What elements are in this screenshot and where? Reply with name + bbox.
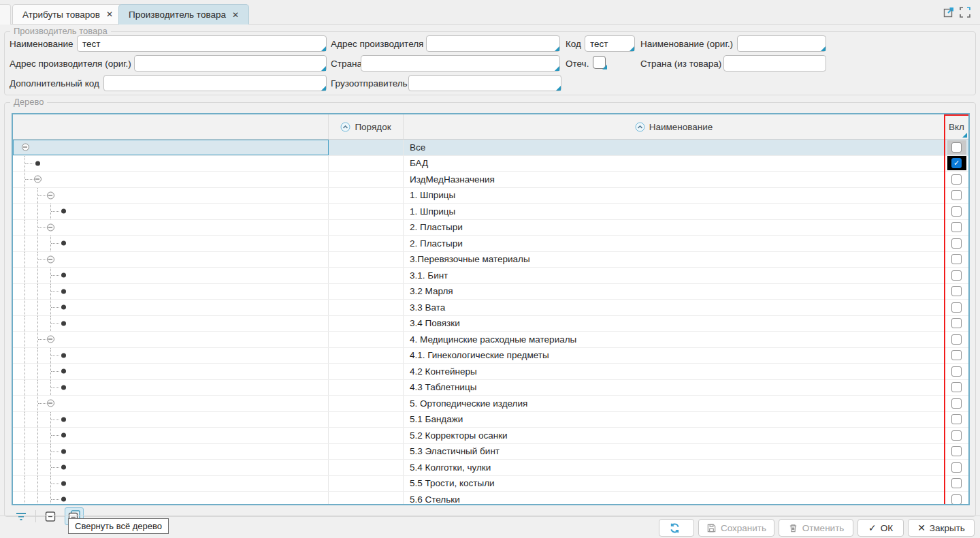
enabled-checkbox[interactable]: [951, 382, 962, 392]
order-cell[interactable]: [329, 396, 404, 411]
name-cell[interactable]: 4.3 Таблетницы: [404, 380, 945, 396]
tree-row[interactable]: 3.2 Марля: [13, 284, 968, 300]
tree-row[interactable]: 3.Перевязочные материалы: [13, 252, 968, 268]
order-cell[interactable]: [329, 204, 404, 219]
tree-row[interactable]: 3.4 Повязки: [13, 316, 968, 332]
tree-row[interactable]: 1. Шприцы: [13, 204, 968, 220]
enabled-checkbox[interactable]: [951, 430, 962, 441]
enabled-checkbox[interactable]: [951, 350, 962, 360]
tree-node-cell[interactable]: [13, 460, 329, 475]
order-cell[interactable]: [329, 332, 404, 347]
name-input[interactable]: [77, 35, 327, 52]
tree-row[interactable]: 5.2 Корректоры осанки: [13, 428, 968, 444]
tree-row[interactable]: 4.3 Таблетницы: [13, 380, 968, 396]
country-from-item-input[interactable]: [723, 55, 826, 72]
close-button[interactable]: ✕ Закрыть: [908, 519, 975, 537]
tree-row[interactable]: 3.1. Бинт: [13, 268, 968, 284]
tree-node-cell[interactable]: [13, 412, 329, 428]
tree-node-cell[interactable]: [13, 188, 329, 204]
tree-row[interactable]: 3.3 Вата: [13, 300, 968, 316]
collapse-node-icon[interactable]: [47, 255, 54, 263]
order-cell[interactable]: [329, 412, 404, 428]
name-cell[interactable]: 3.4 Повязки: [404, 316, 945, 332]
collapse-node-icon[interactable]: [47, 223, 54, 231]
address-input[interactable]: [426, 35, 560, 52]
name-cell[interactable]: 4.2 Контейнеры: [404, 364, 945, 379]
tree-node-cell[interactable]: [13, 476, 329, 492]
order-cell[interactable]: [329, 268, 404, 283]
enabled-checkbox[interactable]: [951, 446, 962, 456]
tree-node-cell[interactable]: [13, 444, 329, 460]
address-orig-input[interactable]: [134, 55, 327, 72]
order-cell[interactable]: [329, 156, 404, 172]
order-cell[interactable]: [329, 172, 404, 187]
sort-asc-icon[interactable]: [635, 122, 645, 132]
tab-product-manufacturer[interactable]: Производитель товара ✕: [118, 4, 249, 25]
name-cell[interactable]: 3.Перевязочные материалы: [404, 252, 945, 268]
tree-node-cell[interactable]: [13, 172, 329, 187]
enabled-checkbox[interactable]: [951, 270, 962, 281]
tree-row[interactable]: 2. Пластыри: [13, 236, 968, 252]
name-cell[interactable]: 1. Шприцы: [404, 188, 945, 204]
collapse-node-icon[interactable]: [22, 144, 29, 151]
enabled-checkbox[interactable]: [951, 494, 962, 505]
tree-node-cell[interactable]: [13, 348, 329, 364]
enabled-checkbox[interactable]: [951, 206, 962, 217]
name-cell[interactable]: 3.1. Бинт: [404, 268, 945, 283]
consignor-input[interactable]: [408, 75, 561, 91]
order-cell[interactable]: [329, 236, 404, 251]
name-cell[interactable]: 5.2 Корректоры осанки: [404, 428, 945, 443]
tree-column-header[interactable]: [13, 114, 329, 139]
name-cell[interactable]: ИздМедНазначения: [404, 172, 945, 187]
enabled-checkbox[interactable]: [951, 222, 962, 232]
order-cell[interactable]: [329, 220, 404, 236]
order-cell[interactable]: [329, 428, 404, 443]
tree-row[interactable]: 4. Медицинские расходные материалы: [13, 332, 968, 348]
name-cell[interactable]: 2. Пластыри: [404, 236, 945, 251]
close-icon[interactable]: ✕: [106, 10, 113, 18]
name-cell[interactable]: 1. Шприцы: [404, 204, 945, 219]
tree-node-cell[interactable]: [13, 380, 329, 396]
order-cell[interactable]: [329, 188, 404, 204]
tree-node-cell[interactable]: [13, 364, 329, 379]
order-column-header[interactable]: Порядок: [329, 114, 404, 139]
tree-row[interactable]: 5.1 Бандажи: [13, 412, 968, 428]
cancel-button[interactable]: Отменить: [779, 519, 853, 537]
tree-row[interactable]: Все: [13, 140, 968, 156]
enabled-checkbox[interactable]: [951, 366, 962, 377]
tree-row[interactable]: 5.4 Колготки, чулки: [13, 460, 968, 476]
tree-node-cell[interactable]: [13, 492, 329, 505]
tree-node-cell[interactable]: [13, 220, 329, 236]
tree-row[interactable]: ИздМедНазначения: [13, 172, 968, 188]
name-cell[interactable]: 4. Медицинские расходные материалы: [404, 332, 945, 347]
save-button[interactable]: Сохранить: [698, 519, 774, 537]
order-cell[interactable]: [329, 348, 404, 364]
sort-asc-icon[interactable]: [340, 122, 350, 132]
tree-row[interactable]: БАД✓: [13, 156, 968, 172]
tree-node-cell[interactable]: [13, 284, 329, 300]
enabled-checkbox[interactable]: [951, 142, 962, 153]
tree-node-cell[interactable]: [13, 268, 329, 283]
tree-node-cell[interactable]: [13, 156, 329, 172]
order-cell[interactable]: [329, 284, 404, 300]
tree-row[interactable]: 1. Шприцы: [13, 188, 968, 204]
enabled-checkbox[interactable]: [951, 190, 962, 200]
enabled-checkbox[interactable]: [951, 478, 962, 488]
filter-icon[interactable]: [12, 507, 31, 525]
name-cell[interactable]: Все: [404, 140, 945, 155]
enabled-checkbox[interactable]: [951, 286, 962, 296]
name-column-header[interactable]: Наименование: [404, 114, 945, 139]
tree-node-cell[interactable]: [13, 396, 329, 411]
name-cell[interactable]: 5.6 Стельки: [404, 492, 945, 505]
enabled-checkbox[interactable]: [951, 254, 962, 264]
enabled-checkbox[interactable]: [951, 174, 962, 185]
order-cell[interactable]: [329, 364, 404, 379]
tree-row[interactable]: 5.6 Стельки: [13, 492, 968, 505]
tree-row[interactable]: 5.3 Эластичный бинт: [13, 444, 968, 460]
tab-product-attributes[interactable]: Атрибуты товаров ✕: [12, 4, 123, 24]
name-cell[interactable]: 5.3 Эластичный бинт: [404, 444, 945, 460]
name-cell[interactable]: 3.3 Вата: [404, 300, 945, 315]
order-cell[interactable]: [329, 380, 404, 396]
name-cell[interactable]: 5.1 Бандажи: [404, 412, 945, 428]
name-orig-input[interactable]: [737, 35, 826, 52]
